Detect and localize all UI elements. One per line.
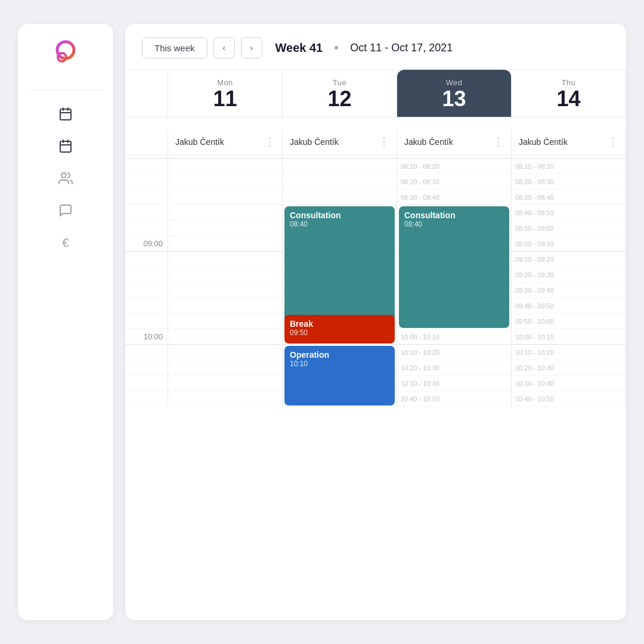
day-cell-3-1[interactable]: 08:10 - 08:20 — [512, 159, 626, 174]
day-cell-2-15[interactable]: 10:30 - 10:40 — [397, 376, 511, 391]
person-wed-name: Jakub Čentík — [404, 137, 453, 147]
separator-dot — [335, 46, 338, 49]
day-cell-0-1[interactable] — [168, 159, 282, 174]
day-cell-3-12[interactable]: 10:00 - 10:10 — [512, 329, 626, 345]
app-logo[interactable] — [50, 38, 81, 69]
sidebar-chat-icon[interactable] — [52, 197, 79, 224]
day-cell-3-7[interactable]: 09:10 - 09:20 — [512, 252, 626, 267]
day-cell-0-5[interactable] — [168, 221, 282, 236]
day-headers: Mon 11 Tue 12 Wed 13 Thu 14 — [125, 70, 626, 117]
person-wed-menu[interactable]: ⋮ — [493, 135, 504, 148]
svg-point-10 — [61, 173, 66, 178]
day-cell-3-16[interactable]: 10:40 - 10:50 — [512, 391, 626, 407]
time-label-13 — [125, 345, 168, 360]
day-cell-2-2[interactable]: 08:20 - 08:30 — [397, 174, 511, 190]
day-cell-0-16[interactable] — [168, 391, 282, 407]
sidebar-calendar-icon[interactable] — [52, 133, 79, 159]
day-header-thu: Thu 14 — [512, 70, 626, 117]
day-cell-3-10[interactable]: 09:40 - 09:50 — [512, 298, 626, 314]
day-name-tue: Tue — [333, 78, 346, 87]
sidebar-billing-icon[interactable]: € — [52, 230, 79, 256]
day-cell-0-9[interactable] — [168, 283, 282, 298]
app-container: € This week ‹ › Week 41 Oct 11 - Oct 17,… — [0, 0, 644, 644]
person-mon: Jakub Čentík ⋮ — [168, 129, 283, 154]
day-cell-0-12[interactable] — [168, 329, 282, 345]
time-label-5 — [125, 221, 168, 236]
day-cell-0-14[interactable] — [168, 360, 282, 376]
person-mon-menu[interactable]: ⋮ — [264, 135, 275, 148]
time-header-empty — [125, 70, 168, 117]
day-cell-0-7[interactable] — [168, 252, 282, 267]
day-name-mon: Mon — [217, 78, 233, 87]
day-num-thu: 14 — [556, 87, 580, 111]
sidebar-people-icon[interactable] — [52, 165, 79, 191]
person-thu-menu[interactable]: ⋮ — [608, 135, 618, 148]
all-rows: 08:0009:0010:00Consultation08:40Break09:… — [125, 143, 626, 407]
time-label-8 — [125, 267, 168, 283]
day-cell-2-13[interactable]: 10:10 - 10:20 — [397, 345, 511, 360]
day-cell-0-3[interactable] — [168, 190, 282, 205]
time-label-1 — [125, 159, 168, 174]
day-cell-2-1[interactable]: 08:10 - 08:20 — [397, 159, 511, 174]
person-thu: Jakub Čentík ⋮ — [512, 129, 626, 154]
day-num-wed: 13 — [442, 87, 466, 111]
day-cell-0-6[interactable] — [168, 236, 282, 252]
day-cell-2-14[interactable]: 10:20 - 10:30 — [397, 360, 511, 376]
time-label-2 — [125, 174, 168, 190]
time-label-6: 09:00 — [125, 236, 168, 252]
person-tue-menu[interactable]: ⋮ — [379, 135, 389, 148]
time-label-14 — [125, 360, 168, 376]
sidebar: € — [18, 24, 113, 620]
calendar-grid[interactable]: Mon 11 Tue 12 Wed 13 Thu 14 — [125, 70, 626, 620]
day-cell-3-6[interactable]: 09:00 - 09:10 — [512, 236, 626, 252]
prev-week-button[interactable]: ‹ — [213, 37, 235, 58]
person-mon-name: Jakub Čentík — [175, 137, 224, 147]
event-operation-day1[interactable]: Operation10:10 — [284, 346, 395, 405]
day-cell-0-10[interactable] — [168, 298, 282, 314]
person-tue: Jakub Čentík ⋮ — [283, 129, 397, 154]
next-week-button[interactable]: › — [241, 37, 262, 58]
day-cell-3-13[interactable]: 10:10 - 10:20 — [512, 345, 626, 360]
day-header-tue: Tue 12 — [283, 70, 397, 117]
time-label-9 — [125, 283, 168, 298]
time-label-7 — [125, 252, 168, 267]
this-week-button[interactable]: This week — [142, 38, 208, 58]
day-cell-1-3[interactable] — [283, 190, 397, 205]
day-cell-3-2[interactable]: 08:20 - 08:30 — [512, 174, 626, 190]
event-consultation-day2[interactable]: Consultation08:40 — [399, 206, 509, 328]
day-cell-0-4[interactable] — [168, 205, 282, 221]
time-label-4 — [125, 205, 168, 221]
day-cell-0-11[interactable] — [168, 314, 282, 329]
day-cell-0-8[interactable] — [168, 267, 282, 283]
day-header-wed: Wed 13 — [397, 70, 512, 117]
time-label-12: 10:00 — [125, 329, 168, 345]
day-cell-3-8[interactable]: 09:20 - 09:30 — [512, 267, 626, 283]
day-cell-3-5[interactable]: 08:50 - 09:00 — [512, 221, 626, 236]
week-label: Week 41 — [275, 41, 323, 55]
day-cell-3-3[interactable]: 08:30 - 08:40 — [512, 190, 626, 205]
day-cell-2-16[interactable]: 10:40 - 10:50 — [397, 391, 511, 407]
day-cell-3-9[interactable]: 09:30 - 09:40 — [512, 283, 626, 298]
day-cell-2-12[interactable]: 10:00 - 10:10 — [397, 329, 511, 345]
day-cell-0-15[interactable] — [168, 376, 282, 391]
person-headers: Jakub Čentík ⋮ Jakub Čentík ⋮ Jakub Čent… — [125, 129, 626, 155]
day-header-mon: Mon 11 — [168, 70, 283, 117]
event-consultation-day1[interactable]: Consultation08:40 — [284, 206, 395, 328]
day-cell-3-11[interactable]: 09:50 - 10:00 — [512, 314, 626, 329]
day-cell-1-1[interactable] — [283, 159, 397, 174]
day-cell-3-15[interactable]: 10:30 - 10:40 — [512, 376, 626, 391]
day-num-tue: 12 — [327, 87, 351, 111]
day-cell-0-13[interactable] — [168, 345, 282, 360]
time-label-10 — [125, 298, 168, 314]
day-cell-0-2[interactable] — [168, 174, 282, 190]
day-cell-3-4[interactable]: 08:40 - 08:50 — [512, 205, 626, 221]
day-cell-1-2[interactable] — [283, 174, 397, 190]
event-break-day1[interactable]: Break09:50 — [284, 315, 395, 343]
sidebar-calendar-top[interactable] — [52, 101, 79, 127]
svg-rect-2 — [60, 109, 71, 120]
main-content: This week ‹ › Week 41 Oct 11 - Oct 17, 2… — [125, 24, 626, 620]
day-name-thu: Thu — [562, 78, 576, 87]
day-cell-2-3[interactable]: 08:30 - 08:40 — [397, 190, 511, 205]
day-cell-3-14[interactable]: 10:20 - 10:30 — [512, 360, 626, 376]
person-tue-name: Jakub Čentík — [290, 137, 339, 147]
